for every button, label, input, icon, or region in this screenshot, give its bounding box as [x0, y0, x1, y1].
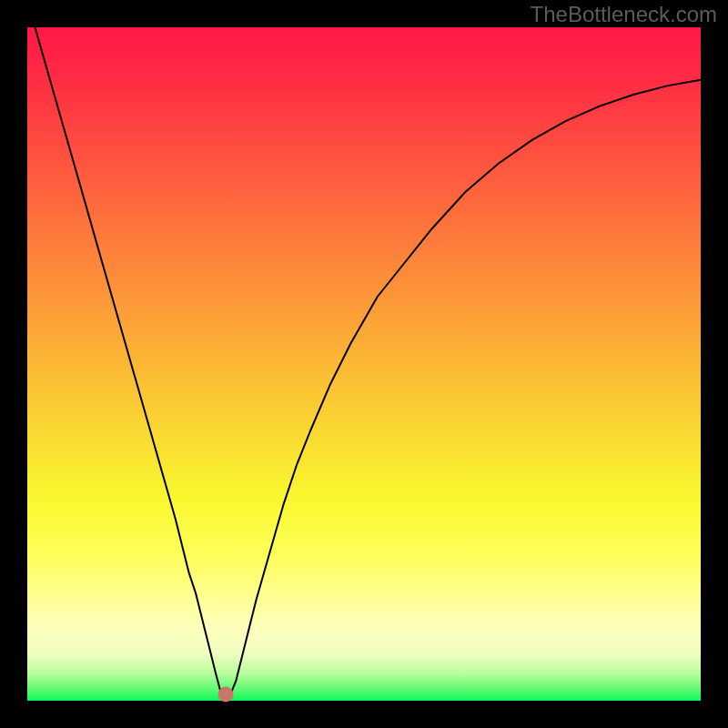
curve-layer — [27, 27, 701, 701]
minimum-marker-icon — [218, 686, 234, 702]
plot-area — [27, 27, 701, 701]
chart-frame: TheBottleneck.com — [0, 0, 728, 728]
watermark-text: TheBottleneck.com — [531, 2, 717, 27]
